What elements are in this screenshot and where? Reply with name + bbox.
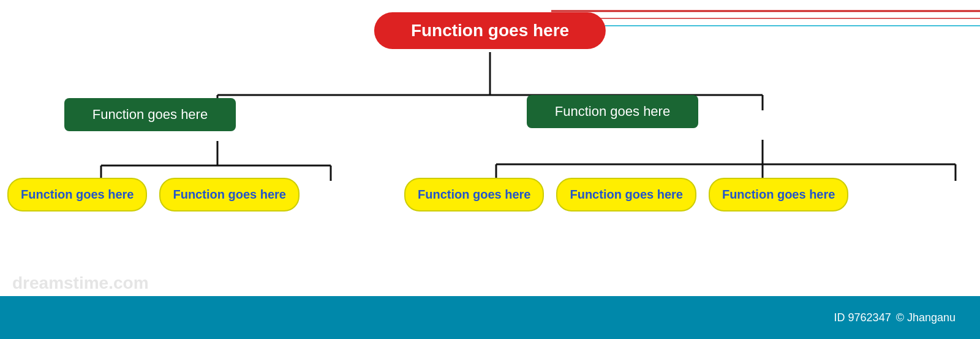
level3-right-child2: Function goes here [556, 178, 696, 211]
level3-right-child3: Function goes here [709, 178, 848, 211]
level3-left-group: Function goes here Function goes here [7, 178, 300, 211]
level2-left-label: Function goes here [64, 98, 236, 131]
deco-lines [551, 0, 980, 37]
watermark: dreamstime.com [12, 273, 149, 293]
footer-credit: © Jhanganu [896, 311, 956, 324]
root-node: Function goes here [374, 12, 606, 49]
level3-left-child1: Function goes here [7, 178, 147, 211]
level2-right-node: Function goes here [527, 95, 698, 128]
footer-bar: ID 9762347 © Jhanganu [0, 296, 980, 339]
footer-id: ID 9762347 [834, 311, 891, 324]
level3-left-child2: Function goes here [159, 178, 299, 211]
level3-right-child1: Function goes here [404, 178, 544, 211]
level2-left-node: Function goes here [64, 98, 236, 131]
level2-right-label: Function goes here [527, 95, 698, 128]
root-node-label: Function goes here [374, 12, 606, 49]
level3-right-group: Function goes here Function goes here Fu… [404, 178, 848, 211]
